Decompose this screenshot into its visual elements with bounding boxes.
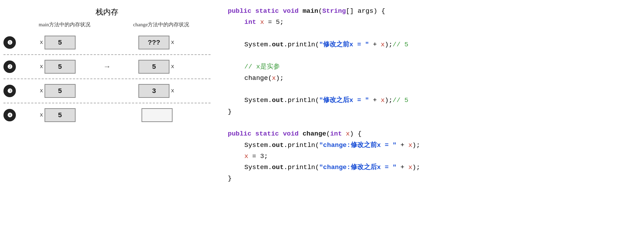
code-line-9: System.out.println("修改之后x = " + x);// 5: [228, 95, 637, 106]
step-num-2: ❷: [3, 61, 16, 73]
step-num-1: ❶: [3, 36, 16, 49]
code-line-15: System.out.println("change:修改之后x = " + x…: [228, 162, 637, 173]
change-mem-4: [117, 108, 197, 122]
main-x-label-2: x: [40, 64, 43, 70]
code-line-2: int x = 5;: [228, 17, 637, 28]
main-x-label-1: x: [40, 39, 43, 46]
code-line-5: [228, 50, 637, 61]
code-line-8: [228, 84, 637, 95]
main-mem-4: x 5: [17, 108, 97, 122]
diagram-row-2: ❷ x 5 → 5 x: [3, 55, 211, 79]
diagram-row-3: ❸ x 5 3 x: [3, 79, 211, 103]
code-line-4: System.out.println("修改之前x = " + x);// 5: [228, 39, 637, 50]
change-mem-3: 3 x: [117, 84, 197, 98]
main-mem-2: x 5: [17, 60, 97, 74]
code-line-13: System.out.println("change:修改之前x = " + x…: [228, 140, 637, 151]
code-line-14: x = 3;: [228, 151, 637, 162]
change-mem-1: ??? x: [117, 36, 197, 49]
code-line-3: [228, 28, 637, 39]
change-box-2: 5: [138, 60, 169, 74]
main-mem-3: x 5: [17, 84, 97, 98]
main-x-label-3: x: [40, 88, 43, 94]
main-box-3: 5: [45, 84, 76, 98]
code-line-12: public static void change(int x) {: [228, 128, 637, 139]
col-headers: main方法中的内存状况 change方法中的内存状况: [17, 21, 211, 28]
change-box-3: 3: [138, 84, 169, 98]
change-x-label-2: x: [171, 64, 174, 70]
col-header-main: main方法中的内存状况: [39, 21, 90, 28]
code-line-6: // x是实参: [228, 61, 637, 72]
change-box-4: [142, 108, 173, 122]
main-box-4: 5: [45, 108, 76, 122]
stack-title: 栈内存: [3, 7, 211, 17]
diagram-row-1: ❶ x 5 ??? x: [3, 31, 211, 55]
step-num-4: ❹: [3, 109, 16, 121]
change-mem-2: 5 x: [117, 60, 197, 74]
main-box-1: 5: [45, 36, 76, 49]
left-panel: 栈内存 main方法中的内存状况 change方法中的内存状况 ❶ x 5 ??…: [0, 0, 214, 251]
main-x-label-4: x: [40, 112, 43, 118]
arrow-section-2: →: [97, 63, 117, 71]
code-block: public static void main(String[] args) {…: [228, 6, 637, 184]
change-box-1: ???: [138, 36, 169, 49]
step-num-3: ❸: [3, 85, 16, 97]
code-line-11: [228, 117, 637, 128]
code-line-7: change(x);: [228, 73, 637, 84]
diagram-row-4: ❹ x 5: [3, 103, 211, 127]
code-line-10: }: [228, 106, 637, 117]
change-x-label-1: x: [171, 39, 174, 46]
main-box-2: 5: [45, 60, 76, 74]
right-panel: public static void main(String[] args) {…: [214, 0, 644, 251]
change-x-label-3: x: [171, 88, 174, 94]
col-header-change: change方法中的内存状况: [133, 21, 189, 28]
main-mem-1: x 5: [17, 36, 97, 49]
arrow-icon-2: →: [105, 63, 109, 71]
code-line-16: }: [228, 173, 637, 184]
code-line-1: public static void main(String[] args) {: [228, 6, 637, 17]
